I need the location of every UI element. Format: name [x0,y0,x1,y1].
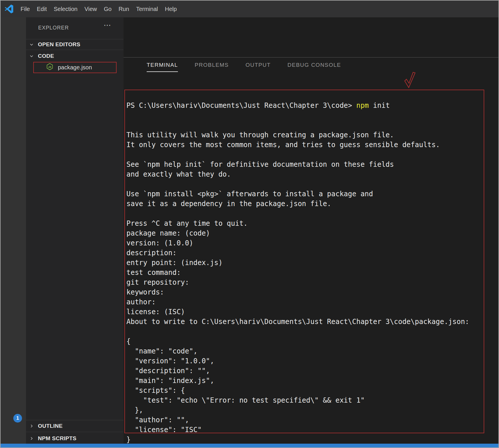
terminal-content[interactable]: PS C:\Users\hariv\Documents\Just React\C… [126,81,469,448]
terminal-output-line: entry point: (index.js) [126,258,469,268]
terminal-output-line [126,150,469,160]
section-label: CODE [38,53,54,59]
chevron-down-icon [29,42,34,47]
terminal-output-line: description: [126,248,469,258]
terminal-output-line: license: (ISC) [126,307,469,317]
activity-bar [1,17,26,444]
section-label: NPM SCRIPTS [38,435,76,442]
terminal-output-line: This utility will walk you through creat… [126,130,469,140]
terminal-output-line [126,179,469,189]
panel-tab-debug-console[interactable]: DEBUG CONSOLE [288,62,341,72]
panel-tab-terminal[interactable]: TERMINAL [147,62,178,72]
section-label: OUTLINE [38,423,63,429]
sidebar-title: EXPLORER [38,25,69,31]
terminal-output-line: }, [126,405,469,415]
chevron-right-icon [29,436,34,441]
chevron-down-icon [29,54,34,58]
menu-item-terminal[interactable]: Terminal [132,4,161,14]
prompt-path: PS C:\Users\hariv\Documents\Just React\C… [126,101,356,110]
chevron-right-icon [29,424,34,428]
section-code[interactable]: CODE [26,50,124,62]
terminal-output-line: Use `npm install <pkg>` afterwards to in… [126,189,469,199]
menu-item-view[interactable]: View [81,4,100,14]
terminal-output-line: It only covers the most common items, an… [126,140,469,150]
vscode-window: FileEditSelectionViewGoRunTerminalHelp 1… [0,0,499,448]
terminal-output-line: { [126,336,469,346]
file-item-package-json[interactable]: JS package.json [26,62,124,73]
terminal-output-line: "license": "ISC" [126,425,469,435]
section-npm-scripts[interactable]: NPM SCRIPTS [26,432,124,445]
svg-text:JS: JS [48,66,51,69]
menu-item-help[interactable]: Help [161,4,180,14]
explorer-sidebar: EXPLORER ⋯ OPEN EDITORS CODE JS package.… [26,17,124,444]
terminal-output-line: "version": "1.0.0", [126,356,469,366]
vscode-logo-icon [4,4,14,14]
terminal-output-line: "main": "index.js", [126,376,469,386]
terminal-output-line: "name": "code", [126,346,469,356]
ellipsis-icon[interactable]: ⋯ [104,21,112,30]
terminal-output-line: About to write to C:\Users\hariv\Documen… [126,317,469,327]
status-bar[interactable] [1,444,498,447]
npm-command-arg: init [369,101,390,110]
terminal-output-line: Press ^C at any time to quit. [126,219,469,228]
terminal-prompt-line: PS C:\Users\hariv\Documents\Just React\C… [126,101,469,110]
terminal-output-line: save it as a dependency in the package.j… [126,199,469,209]
terminal-output-line: "test": "echo \"Error: no test specified… [126,395,469,405]
notification-badge[interactable]: 1 [13,414,22,423]
terminal-output-line: version: (1.0.0) [126,238,469,248]
terminal-output-line: author: [126,297,469,307]
panel-top-border [124,57,498,58]
menu-item-run[interactable]: Run [115,4,133,14]
annotation-checkmark-icon [403,71,417,91]
menu-bar: FileEditSelectionViewGoRunTerminalHelp [1,1,498,17]
panel-tab-bar: TERMINALPROBLEMSOUTPUTDEBUG CONSOLE [147,62,341,72]
terminal-output-line: git repository: [126,277,469,287]
node-js-icon: JS [46,63,53,72]
file-name: package.json [58,64,92,71]
panel-tab-problems[interactable]: PROBLEMS [195,62,229,72]
terminal-output-line: "scripts": { [126,386,469,395]
menu-item-file[interactable]: File [17,4,33,14]
terminal-output-line: keywords: [126,287,469,297]
terminal-output-line: } [126,435,469,445]
terminal-output-line: package name: (code) [126,228,469,238]
panel-tab-output[interactable]: OUTPUT [246,62,271,72]
menu-item-edit[interactable]: Edit [33,4,50,14]
npm-command-highlight: npm [356,101,369,110]
terminal-output-line: and exactly what they do. [126,169,469,179]
menu-item-go[interactable]: Go [100,4,115,14]
menu-item-selection[interactable]: Selection [50,4,81,14]
terminal-output-line: "description": "", [126,366,469,376]
terminal-output-line: test command: [126,268,469,277]
terminal-output-line: "author": "", [126,415,469,425]
section-open-editors[interactable]: OPEN EDITORS [26,39,124,50]
menu-items: FileEditSelectionViewGoRunTerminalHelp [17,4,180,14]
section-outline[interactable]: OUTLINE [26,420,124,432]
terminal-output-line: See `npm help init` for definitive docum… [126,160,469,169]
terminal-output-line [126,327,469,336]
section-label: OPEN EDITORS [38,41,80,48]
terminal-output: This utility will walk you through creat… [126,130,469,448]
terminal-output-line [126,209,469,219]
